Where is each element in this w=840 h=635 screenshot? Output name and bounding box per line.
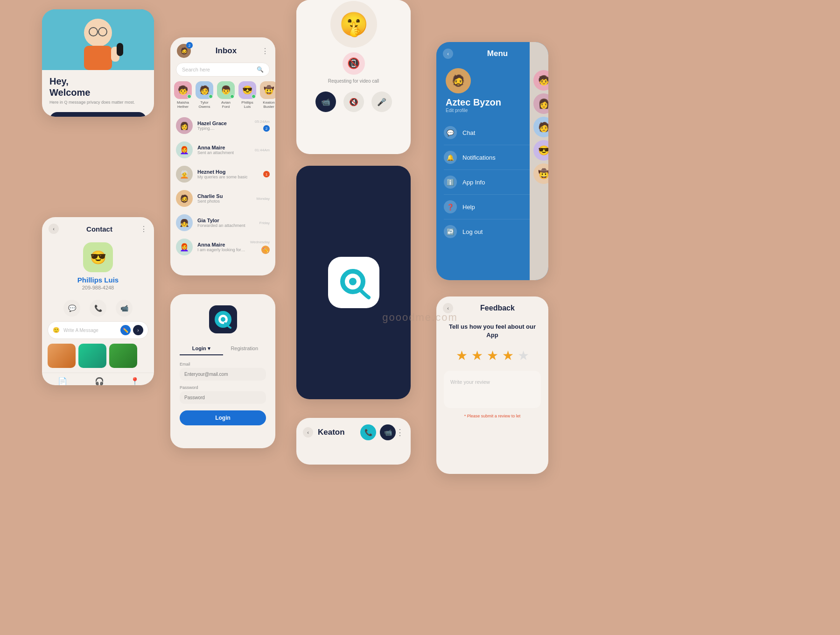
msg-heznet[interactable]: 🧑‍🦳 Heznet Hog My queries are some basic… [170, 162, 275, 186]
msg-gia[interactable]: 👧 Gia Tylor Forwarded an attachment Frid… [170, 211, 275, 235]
app-logo-login [209, 305, 237, 333]
nav-location[interactable]: 📍 Location [128, 377, 142, 385]
feedback-back-button[interactable]: ‹ [443, 303, 453, 313]
inbox-more-button[interactable]: ⋮ [261, 47, 269, 56]
contact-call-button[interactable]: 📞 [90, 300, 106, 317]
msg-anna2-avatar: 👩‍🦰 [176, 239, 193, 255]
q-logo-icon [214, 310, 232, 329]
msg-heznet-name: Heznet Hog [197, 169, 259, 175]
msg-anna1-name: Anna Maire [197, 145, 250, 150]
keaton-more-button[interactable]: ⋮ [396, 427, 404, 437]
menu-back-button[interactable]: ‹ [443, 49, 453, 59]
menu-item-help-label: Help [462, 204, 475, 211]
contact-avatar-area: 😎 Phillips Luis 209-988-4248 [42, 238, 154, 293]
feedback-note: * Please submit a review to let [436, 414, 548, 418]
menu-user-avatar: 🧔 [446, 68, 471, 93]
keaton-video-button[interactable]: 📹 [380, 424, 396, 440]
message-attach-button[interactable]: ✏️ [120, 325, 131, 335]
inbox-search-bar[interactable]: Search here 🔍 [176, 63, 270, 77]
videocall-status-label: Requesting for video call [328, 78, 379, 84]
contacts-row: 🧒 MaishaHether 🧑 TylorOwens 👦 AvianFord … [170, 81, 275, 113]
login-tabs: Login ▾ Registration [180, 343, 266, 355]
inbox-header: 🧔 2 Inbox ⋮ [170, 37, 275, 63]
menu-item-chat[interactable]: 💬 Chat [444, 120, 541, 145]
msg-gia-preview: Forwarded an attachment [197, 223, 255, 228]
menu-title: Menu [453, 49, 542, 58]
msg-hazel-preview: Typing.... [197, 126, 250, 131]
msg-anna2-action-button[interactable]: ✏️ [261, 246, 270, 254]
contact-more-button[interactable]: ⋮ [140, 225, 147, 233]
feedback-review-area[interactable]: Write your review [444, 371, 541, 408]
svg-point-13 [349, 278, 357, 285]
msg-anna1[interactable]: 👩‍🦰 Anna Maire Sent an attachment 01:44A… [170, 138, 275, 162]
msg-anna1-avatar: 👩‍🦰 [176, 141, 193, 158]
msg-hazel-name: Hazel Grace [197, 120, 250, 126]
welcome-photo [42, 9, 154, 70]
msg-gia-time: Friday [259, 221, 270, 225]
contact-maisha[interactable]: 🧒 MaishaHether [174, 81, 192, 109]
nav-document[interactable]: 📄 Document [54, 377, 70, 385]
write-message-label: Write A Message [63, 328, 117, 333]
keaton-back-button[interactable]: ‹ [303, 427, 313, 437]
menu-edit-profile[interactable]: Edit profile [446, 108, 539, 113]
menu-item-logout[interactable]: ↩️ Log out [444, 219, 541, 244]
videocall-mic-button[interactable]: 🎤 [371, 92, 392, 112]
msg-anna1-meta: 01:44Am [255, 148, 270, 152]
msg-charlie-info: Charlie Su Sent photos [197, 193, 252, 204]
star-5[interactable]: ★ [518, 348, 529, 363]
password-input[interactable] [180, 391, 266, 404]
inbox-card: 🧔 2 Inbox ⋮ Search here 🔍 🧒 MaishaHether… [170, 37, 275, 275]
msg-hazel[interactable]: 👩 Hazel Grace Typing.... 05:24Am 2 [170, 113, 275, 138]
contact-phillips[interactable]: 😎 PhillipsLuis [238, 81, 256, 109]
start-button[interactable]: Start [49, 112, 147, 117]
keaton-name: Keaton [318, 428, 360, 437]
menu-item-appinfo[interactable]: ℹ️ App Info [444, 170, 541, 195]
msg-anna2-preview: I am eagerly looking for that [197, 247, 245, 252]
msg-hazel-time: 05:24Am [255, 120, 270, 124]
videocall-card: 🤫 📵 Requesting for video call 📹 🔇 🎤 [296, 0, 411, 154]
media-thumb-2 [78, 344, 106, 368]
star-4[interactable]: ★ [502, 348, 514, 363]
contact-avian-name: AvianFord [221, 100, 231, 109]
contact-avian-avatar: 👦 [217, 81, 235, 99]
tab-login[interactable]: Login ▾ [180, 343, 223, 355]
login-button[interactable]: Login [180, 410, 266, 425]
audio-icon: 🎧 [95, 377, 104, 385]
msg-charlie[interactable]: 🧔 Charlie Su Sent photos Monday [170, 186, 275, 211]
welcome-text-area: Hey, Welcome Here in Q message privacy d… [42, 70, 154, 107]
contact-chat-button[interactable]: 💬 [63, 300, 80, 317]
email-label: Email [180, 362, 190, 367]
login-card: Login ▾ Registration Email Password Logi… [170, 294, 275, 448]
nav-audio[interactable]: 🎧 Audio [95, 377, 104, 385]
contact-tylor[interactable]: 🧑 TylorOwens [196, 81, 213, 109]
contact-tylor-name: TylorOwens [199, 100, 210, 109]
videocall-mute-button[interactable]: 🔇 [343, 92, 364, 112]
msg-charlie-name: Charlie Su [197, 193, 252, 199]
menu-item-chat-label: Chat [462, 129, 475, 136]
contact-keaton-avatar: 🤠 [260, 81, 275, 99]
svg-rect-4 [117, 43, 123, 56]
videocall-camera-button[interactable]: 📹 [315, 92, 336, 112]
contact-back-button[interactable]: ‹ [49, 224, 59, 234]
keaton-inner: ‹ Keaton 📞 📹 ⋮ [296, 418, 411, 447]
contact-media-row [42, 344, 154, 373]
contact-avian[interactable]: 👦 AvianFord [217, 81, 235, 109]
peek-avatar-1: 🧒 2 [533, 70, 548, 91]
msg-gia-info: Gia Tylor Forwarded an attachment [197, 218, 255, 228]
msg-heznet-badge: 1 [263, 171, 270, 177]
message-send-button[interactable]: › [133, 325, 143, 335]
contact-keaton[interactable]: 🤠 KeatonBuster [260, 81, 275, 109]
keaton-phone-button[interactable]: 📞 [360, 424, 376, 440]
star-3[interactable]: ★ [487, 348, 498, 363]
msg-anna2[interactable]: 👩‍🦰 Anna Maire I am eagerly looking for … [170, 235, 275, 259]
star-1[interactable]: ★ [456, 348, 468, 363]
menu-item-notifications[interactable]: 🔔 Notifications [444, 145, 541, 170]
contact-video-button[interactable]: 📹 [116, 300, 133, 317]
email-input[interactable] [180, 368, 266, 381]
msg-gia-avatar: 👧 [176, 214, 193, 231]
tab-registration[interactable]: Registration [223, 343, 266, 355]
online-indicator [187, 94, 191, 99]
media-thumb-3 [109, 344, 137, 368]
menu-item-help[interactable]: ❓ Help [444, 195, 541, 219]
star-2[interactable]: ★ [471, 348, 483, 363]
